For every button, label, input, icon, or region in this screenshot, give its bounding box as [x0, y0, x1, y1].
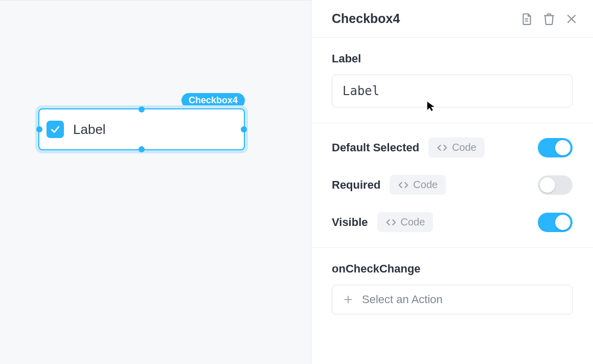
visible-toggle[interactable]: [538, 213, 573, 232]
default-selected-row: Default Selected Code: [332, 138, 573, 157]
checkbox-frame[interactable]: Label: [38, 108, 245, 150]
code-icon: [385, 217, 397, 228]
select-action-placeholder: Select an Action: [362, 293, 443, 306]
select-action-button[interactable]: Select an Action: [332, 285, 573, 314]
default-selected-label: Default Selected: [332, 141, 419, 154]
checkbox-box-checked[interactable]: [47, 121, 64, 138]
code-chip-text: Code: [452, 142, 476, 153]
properties-panel: Checkbox4 Label Defau: [311, 0, 593, 364]
code-chip-text: Code: [413, 179, 438, 191]
resize-handle-left[interactable]: [36, 126, 42, 132]
close-button[interactable]: [564, 12, 579, 26]
label-section: Label: [311, 38, 593, 123]
check-icon: [50, 124, 61, 135]
visible-label: Visible: [332, 216, 368, 229]
panel-header: Checkbox4: [311, 0, 593, 38]
document-icon: [520, 12, 533, 26]
event-section: onCheckChange Select an Action: [311, 248, 593, 330]
checkbox-component-selected[interactable]: Checkbox4 Label: [38, 108, 245, 150]
required-label: Required: [332, 178, 380, 192]
properties-section: Default Selected Code Required Code Visi…: [311, 123, 593, 248]
duplicate-button[interactable]: [519, 12, 534, 26]
checkbox-label-text: Label: [73, 122, 106, 138]
resize-handle-top[interactable]: [139, 106, 145, 112]
close-icon: [565, 12, 578, 26]
code-chip-text: Code: [401, 216, 425, 228]
required-row: Required Code: [332, 175, 573, 195]
plus-icon: [343, 294, 354, 305]
panel-title: Checkbox4: [332, 11, 511, 26]
required-code-button[interactable]: Code: [390, 175, 446, 195]
visible-row: Visible Code: [332, 212, 573, 232]
design-canvas[interactable]: Checkbox4 Label: [0, 0, 311, 364]
label-field-label: Label: [332, 52, 573, 65]
label-input[interactable]: [332, 75, 573, 107]
code-icon: [398, 179, 409, 191]
delete-button[interactable]: [542, 12, 556, 26]
code-icon: [437, 142, 448, 153]
visible-code-button[interactable]: Code: [377, 212, 434, 232]
required-toggle[interactable]: [538, 175, 573, 195]
default-selected-toggle[interactable]: [538, 138, 573, 157]
event-name-label: onCheckChange: [332, 262, 573, 276]
trash-icon: [542, 12, 556, 26]
default-selected-code-button[interactable]: Code: [428, 138, 485, 157]
component-name-tag[interactable]: Checkbox4: [181, 93, 245, 108]
resize-handle-bottom[interactable]: [139, 146, 145, 152]
resize-handle-right[interactable]: [241, 126, 247, 132]
